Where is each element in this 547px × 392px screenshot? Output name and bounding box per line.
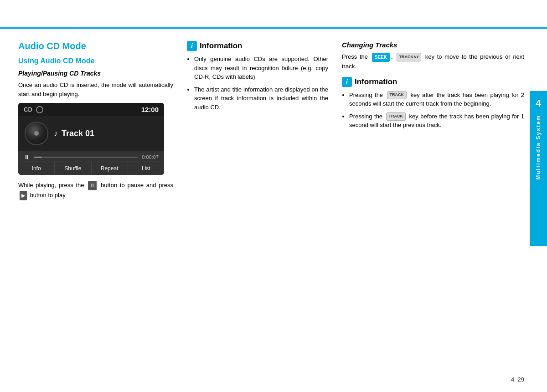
info-list-mid: Only genuine audio CDs are supported. Ot…: [187, 55, 328, 112]
mid-column: i Information Only genuine audio CDs are…: [187, 41, 328, 200]
info-icon-mid: i: [187, 41, 197, 51]
cd-disc-inner: [34, 131, 39, 136]
info-icon-right: i: [342, 77, 352, 87]
right-column: Changing Tracks Press the SEEK, TRACK∧∨ …: [342, 41, 524, 200]
info-title-right: Information: [355, 77, 397, 87]
info-box-mid: i Information Only genuine audio CDs are…: [187, 41, 328, 112]
footer-text: While playing, press the ⏸ button to pau…: [18, 180, 173, 200]
cd-btn-repeat[interactable]: Repeat: [92, 162, 128, 175]
track-button-inline-2: TRACK: [386, 112, 406, 121]
page-number: 4–29: [511, 376, 524, 383]
playing-pausing-body: Once an audio CD is inserted, the mode w…: [18, 81, 173, 98]
cd-header-left: CD: [24, 106, 43, 113]
divider-line: [0, 29, 547, 29]
left-column: Audio CD Mode Using Audio CD Mode Playin…: [18, 41, 173, 200]
cd-track-info: ♪ Track 01: [54, 129, 94, 138]
main-content: Audio CD Mode Using Audio CD Mode Playin…: [18, 32, 524, 374]
progress-fill: [34, 157, 42, 158]
cd-main: ♪ Track 01: [18, 116, 164, 151]
info-bullet-right-2: Pressing the TRACK key before the track …: [349, 112, 524, 130]
seek-button: SEEK: [372, 53, 390, 62]
cd-player-header: CD 12:00: [18, 103, 164, 116]
cd-buttons: Info Shuffle Repeat List: [18, 162, 164, 175]
music-note-icon: ♪: [54, 129, 58, 138]
changing-tracks-title: Changing Tracks: [342, 41, 524, 49]
playing-pausing-title: Playing/Pausing CD Tracks: [18, 70, 173, 77]
cd-time: 12:00: [141, 106, 159, 113]
chapter-label: Multimedia System: [535, 115, 542, 180]
info-header-right: i Information: [342, 77, 524, 87]
press-row: Press the SEEK, TRACK∧∨ key to move to t…: [342, 52, 524, 71]
track-button-1: TRACK∧∨: [397, 53, 421, 61]
cd-progress-bar: ⏸ 0:00:07: [18, 151, 164, 162]
time-display: 0:00:07: [142, 154, 159, 160]
chapter-tab: 4 Multimedia System: [530, 91, 547, 246]
cd-disc: [25, 122, 48, 145]
progress-track: [34, 157, 138, 158]
sub-title: Using Audio CD Mode: [18, 57, 173, 65]
press-text-1: Press the: [342, 53, 368, 60]
footer-text-3: button to play.: [30, 192, 67, 199]
pause-button-inline: ⏸: [88, 181, 97, 190]
info-list-right: Pressing the TRACK key after the track h…: [342, 91, 524, 130]
info-box-right: i Information Pressing the TRACK key aft…: [342, 77, 524, 130]
info-title-mid: Information: [200, 41, 243, 51]
main-title: Audio CD Mode: [18, 41, 173, 51]
comma-text: ,: [391, 53, 393, 60]
cd-player: CD 12:00 ♪ Track 01 ⏸: [18, 103, 164, 175]
info-bullet-right-1: Pressing the TRACK key after the track h…: [349, 91, 524, 108]
track-button-inline-1: TRACK: [387, 91, 407, 99]
cd-btn-shuffle[interactable]: Shuffle: [55, 162, 91, 175]
pause-icon: ⏸: [24, 153, 30, 161]
info-header-mid: i Information: [187, 41, 328, 51]
cd-btn-list[interactable]: List: [128, 162, 164, 175]
track-name: Track 01: [62, 129, 94, 138]
footer-text-1: While playing, press the: [18, 182, 84, 188]
info-bullet-1: Only genuine audio CDs are supported. Ot…: [194, 55, 328, 81]
press-text-2: key to move to the previous or next trac…: [342, 53, 524, 70]
play-button-inline: ▶: [20, 191, 27, 200]
info-bullet-2: The artist and title information are dis…: [194, 85, 328, 112]
chapter-number: 4: [536, 97, 541, 109]
cd-btn-info[interactable]: Info: [18, 162, 55, 175]
cd-label: CD: [24, 106, 32, 113]
cd-circle-icon: [36, 106, 43, 113]
footer-text-2: button to pause and press: [101, 182, 173, 188]
